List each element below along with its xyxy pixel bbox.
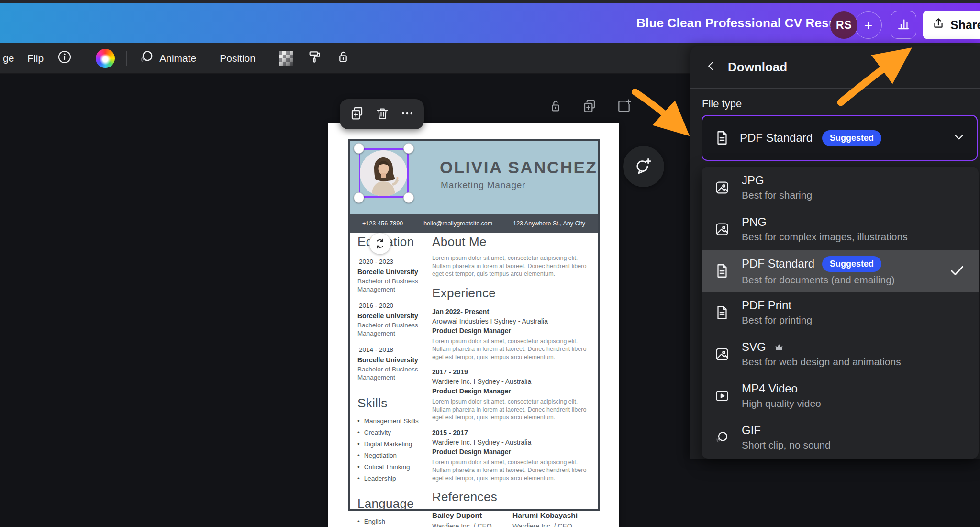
experience-role: Product Design Manager <box>432 448 593 456</box>
skill-item: Management Skills <box>357 417 430 425</box>
lock-button[interactable] <box>329 47 357 70</box>
paint-roller-icon <box>307 49 322 67</box>
option-description: Short clip, no sound <box>742 439 831 451</box>
education-entry[interactable]: 2016 - 2020 Borcelle University Bachelor… <box>357 302 430 337</box>
language-list[interactable]: EnglishGermany (basic)Spain (basic) <box>357 518 430 527</box>
education-entry[interactable]: 2014 - 2018 Borcelle University Bachelor… <box>357 346 430 381</box>
rotate-icon <box>374 237 386 250</box>
selection-handle-ne[interactable] <box>403 143 414 154</box>
position-button[interactable]: Position <box>213 47 262 70</box>
education-period: 2020 - 2023 <box>359 258 430 265</box>
experience-entry[interactable]: 2015 - 2017 Wardiere Inc. I Sydney - Aus… <box>432 429 593 482</box>
option-description: Best for printing <box>742 314 812 326</box>
comment-plus-icon <box>634 157 654 177</box>
duplicate-page-icon <box>582 99 597 114</box>
gif-file-icon <box>714 429 730 446</box>
about-heading[interactable]: About Me <box>432 235 593 249</box>
education-entry[interactable]: 2020 - 2023 Borcelle University Bachelor… <box>357 258 430 293</box>
education-heading[interactable]: Education <box>357 235 430 249</box>
animate-label: Animate <box>159 53 196 64</box>
selection-handle-sw[interactable] <box>354 192 364 203</box>
info-icon <box>57 49 72 67</box>
file-type-option[interactable]: PNG Best for complex images, illustratio… <box>702 208 979 250</box>
resume-contact-bar[interactable]: +123-456-7890 hello@reallygreatsite.com … <box>350 214 598 233</box>
add-comment-button[interactable] <box>623 146 664 187</box>
file-type-option[interactable]: GIF Short clip, no sound <box>702 416 979 458</box>
delete-button[interactable] <box>375 106 390 123</box>
education-school: Borcelle University <box>357 312 430 320</box>
selection-frame <box>359 148 409 198</box>
image-file-icon <box>714 346 730 362</box>
file-type-option[interactable]: JPG Best for sharing <box>702 167 979 208</box>
share-button[interactable]: Share <box>923 11 980 39</box>
reference-company: Wardiere Inc. / CEO <box>512 522 593 527</box>
experience-heading[interactable]: Experience <box>432 286 593 301</box>
lock-page-button[interactable] <box>548 99 563 116</box>
unlock-icon <box>548 99 563 114</box>
selection-handle-nw[interactable] <box>354 143 364 154</box>
document-title[interactable]: Blue Clean Professional CV Resume <box>636 3 855 43</box>
file-type-option[interactable]: MP4 Video High quality video <box>702 375 979 416</box>
add-page-button[interactable] <box>616 99 632 116</box>
option-title: PDF Standard <box>742 257 814 270</box>
file-type-option[interactable]: PDF Print Best for printing <box>702 292 979 333</box>
about-text[interactable]: Lorem ipsum dolor sit amet, consectetur … <box>432 254 593 278</box>
add-page-icon <box>616 99 632 114</box>
skill-item: Creativity <box>357 429 430 436</box>
references-list: Bailey Dupont Wardiere Inc. / CEO Phone:… <box>432 511 593 527</box>
duplicate-button[interactable] <box>349 106 365 123</box>
selection-handle-se[interactable] <box>403 192 414 203</box>
checkmark-icon <box>949 262 965 279</box>
page-actions <box>548 99 632 116</box>
language-heading[interactable]: Language <box>357 496 430 511</box>
edit-image-button-clipped[interactable]: ge <box>0 47 21 70</box>
education-degree: Bachelor of Business Management <box>357 365 430 381</box>
selected-photo[interactable] <box>359 148 409 198</box>
info-button[interactable] <box>50 47 79 70</box>
skills-heading[interactable]: Skills <box>357 396 430 411</box>
rotate-handle[interactable] <box>369 233 390 254</box>
references-heading[interactable]: References <box>432 490 593 505</box>
contact-item: +123-456-7890 <box>362 220 403 227</box>
video-file-icon <box>714 388 730 404</box>
topbar: Blue Clean Professional CV Resume RS + S… <box>0 3 980 43</box>
duplicate-page-button[interactable] <box>582 99 597 116</box>
reference-entry[interactable]: Bailey Dupont Wardiere Inc. / CEO Phone:… <box>432 511 512 527</box>
experience-body: Lorem ipsum dolor sit amet, consectetur … <box>432 398 593 422</box>
education-degree: Bachelor of Business Management <box>357 321 430 337</box>
experience-company: Wardiere Inc. I Sydney - Australia <box>432 438 593 446</box>
education-list: 2020 - 2023 Borcelle University Bachelor… <box>357 258 430 381</box>
transparency-button[interactable] <box>272 47 300 70</box>
reference-company: Wardiere Inc. / CEO <box>432 522 512 527</box>
add-member-button[interactable]: + <box>855 11 882 39</box>
experience-entry[interactable]: 2017 - 2019 Wardiere Inc. I Sydney - Aus… <box>432 368 593 422</box>
ellipsis-icon <box>400 106 414 121</box>
file-type-option[interactable]: PDF Standard Suggested Best for document… <box>702 250 979 292</box>
copy-style-button[interactable] <box>300 47 329 70</box>
reference-name: Bailey Dupont <box>432 511 512 520</box>
resume-name[interactable]: OLIVIA SANCHEZ <box>440 158 597 177</box>
lock-open-icon <box>335 49 351 67</box>
experience-role: Product Design Manager <box>432 327 593 335</box>
toolbar-divider <box>126 51 127 66</box>
flip-button[interactable]: Flip <box>21 47 50 70</box>
file-type-option[interactable]: SVG Best for web design and animations <box>702 333 979 375</box>
skills-list[interactable]: Management SkillsCreativityDigital Marke… <box>357 417 430 482</box>
animate-button[interactable]: Animate <box>132 47 203 70</box>
file-type-select[interactable]: PDF Standard Suggested <box>702 115 978 161</box>
chevron-left-icon <box>705 60 717 72</box>
contact-text: hello@reallygreatsite.com <box>423 220 492 227</box>
experience-body: Lorem ipsum dolor sit amet, consectetur … <box>432 459 593 482</box>
option-description: Best for documents (and emailing) <box>742 274 895 286</box>
back-button[interactable] <box>705 60 717 74</box>
trash-icon <box>375 106 390 121</box>
contact-item: hello@reallygreatsite.com <box>423 220 492 227</box>
resume-role[interactable]: Marketing Manager <box>441 180 525 191</box>
more-options-button[interactable] <box>400 106 414 123</box>
experience-entry[interactable]: Jan 2022- Present Arowwai Industries I S… <box>432 308 593 361</box>
insights-button[interactable] <box>891 11 916 39</box>
reference-name: Harumi Kobayashi <box>512 511 593 520</box>
avatar[interactable]: RS <box>830 11 858 39</box>
reference-entry[interactable]: Harumi Kobayashi Wardiere Inc. / CEO Pho… <box>512 511 593 527</box>
color-button[interactable] <box>89 47 122 70</box>
